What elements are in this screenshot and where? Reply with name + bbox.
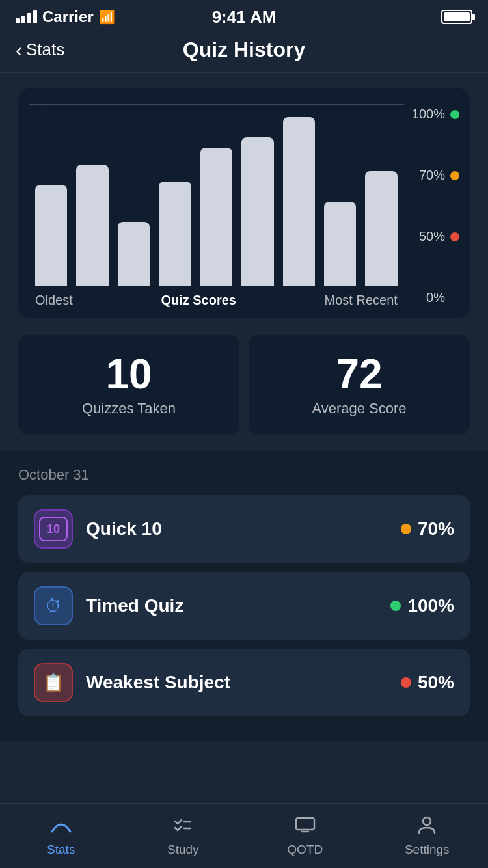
- legend-label: 70%: [419, 168, 445, 183]
- legend-item: 0%: [426, 290, 459, 305]
- chart-bar: [365, 171, 397, 286]
- status-time: 9:41 AM: [212, 7, 277, 27]
- legend-dot: [450, 171, 459, 180]
- tab-item-qotd[interactable]: QOTD: [244, 804, 366, 868]
- tab-label-qotd: QOTD: [287, 843, 323, 857]
- legend-label: 50%: [419, 229, 445, 244]
- quiz-item[interactable]: 📋 Weakest Subject 50%: [18, 649, 470, 716]
- chart-bar: [76, 165, 108, 286]
- chart-legend: 100%70%50%0%: [412, 104, 459, 318]
- back-chevron-icon: ‹: [16, 40, 22, 60]
- chart-bar: [200, 148, 232, 286]
- chart-oldest-label: Oldest: [35, 293, 73, 308]
- tab-icon-study: [171, 815, 195, 839]
- status-bar: Carrier 📶 9:41 AM: [0, 0, 488, 31]
- legend-item: 100%: [412, 107, 459, 122]
- chart-bar: [241, 137, 273, 286]
- stat-card: 72 Average Score: [249, 335, 470, 435]
- quiz-list: 10 Quick 10 70% ⏱ Timed Quiz 100% 📋 Weak…: [18, 495, 470, 716]
- tab-icon-qotd: [293, 815, 317, 839]
- quiz-name: Weakest Subject: [86, 672, 388, 693]
- quiz-score: 50%: [401, 672, 454, 693]
- legend-item: 70%: [419, 168, 459, 183]
- tab-icon-settings: [415, 815, 439, 839]
- nav-header: ‹ Stats Quiz History: [0, 31, 488, 73]
- chart-bar: [324, 202, 356, 286]
- stat-number: 10: [31, 353, 226, 395]
- score-value: 100%: [407, 595, 454, 616]
- weakest-quiz-icon: 📋: [34, 663, 73, 702]
- timed-quiz-icon: ⏱: [34, 586, 73, 625]
- chart-bar: [35, 185, 67, 286]
- score-value: 50%: [418, 672, 454, 693]
- tab-label-stats: Stats: [47, 843, 75, 857]
- stat-number: 72: [262, 353, 457, 395]
- tab-item-settings[interactable]: Settings: [366, 804, 489, 868]
- tab-label-study: Study: [167, 843, 199, 857]
- tab-icon-stats: [49, 815, 73, 839]
- bars-wrapper: [29, 104, 404, 286]
- legend-label: 100%: [412, 107, 445, 122]
- chart-bar: [283, 117, 315, 286]
- legend-dot: [450, 232, 459, 241]
- stat-label: Average Score: [262, 400, 457, 417]
- history-section: October 31 10 Quick 10 70% ⏱ Timed Quiz …: [0, 451, 488, 741]
- status-left: Carrier 📶: [16, 8, 115, 26]
- score-dot: [390, 601, 401, 611]
- chart-labels: Oldest Quiz Scores Most Recent: [29, 286, 404, 318]
- chart-container: Oldest Quiz Scores Most Recent 100%70%50…: [18, 88, 470, 318]
- carrier-label: Carrier: [42, 8, 94, 26]
- quick10-box: 10: [39, 517, 68, 541]
- svg-rect-2: [296, 818, 314, 830]
- signal-bars: [16, 10, 37, 23]
- history-date: October 31: [18, 467, 470, 483]
- battery-icon: [441, 10, 472, 24]
- quick-quiz-icon: 10: [34, 509, 73, 549]
- chart-bar: [159, 182, 191, 286]
- quiz-item[interactable]: 10 Quick 10 70%: [18, 495, 470, 563]
- quiz-score: 100%: [390, 595, 454, 616]
- tab-bar: Stats Study QOTD Settings: [0, 803, 488, 868]
- score-value: 70%: [418, 519, 454, 539]
- score-dot: [401, 677, 411, 688]
- quiz-name: Quick 10: [86, 519, 388, 539]
- stat-card: 10 Quizzes Taken: [18, 335, 239, 435]
- page-title: Quiz History: [183, 38, 305, 62]
- chart-bar: [118, 222, 150, 286]
- tab-item-stats[interactable]: Stats: [0, 804, 122, 868]
- back-label: Stats: [26, 40, 64, 60]
- quiz-name: Timed Quiz: [86, 595, 377, 616]
- chart-bars-area: Oldest Quiz Scores Most Recent: [29, 104, 404, 318]
- legend-label: 0%: [426, 290, 445, 305]
- stat-label: Quizzes Taken: [31, 400, 226, 417]
- chart-recent-label: Most Recent: [325, 293, 398, 308]
- legend-dot: [450, 110, 459, 119]
- chart-section: Oldest Quiz Scores Most Recent 100%70%50…: [0, 73, 488, 325]
- score-dot: [401, 524, 411, 534]
- svg-point-4: [423, 817, 431, 825]
- legend-dot: [450, 293, 459, 303]
- tab-item-study[interactable]: Study: [122, 804, 245, 868]
- quiz-score: 70%: [401, 519, 454, 539]
- legend-item: 50%: [419, 229, 459, 244]
- chart-center-label: Quiz Scores: [161, 293, 236, 308]
- stats-cards: 10 Quizzes Taken 72 Average Score: [0, 325, 488, 451]
- quiz-item[interactable]: ⏱ Timed Quiz 100%: [18, 572, 470, 640]
- back-button[interactable]: ‹ Stats: [16, 40, 64, 60]
- wifi-icon: 📶: [99, 9, 115, 25]
- tab-label-settings: Settings: [405, 843, 450, 857]
